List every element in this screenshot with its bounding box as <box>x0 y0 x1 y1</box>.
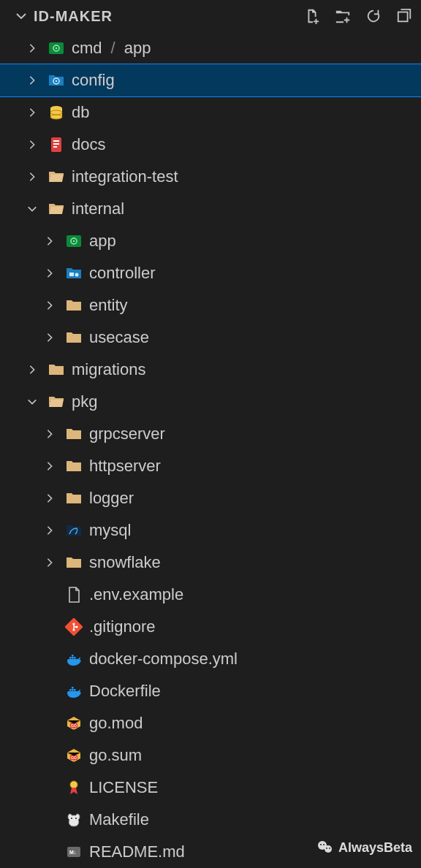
folder-icon <box>64 489 83 508</box>
tree-item-label: Makefile <box>89 810 149 829</box>
tree-item-label: httpserver <box>89 457 161 476</box>
svg-point-43 <box>326 848 327 849</box>
tree-item-label: docs <box>72 135 105 154</box>
chevron-right-icon[interactable] <box>23 136 41 153</box>
svg-rect-24 <box>74 657 76 659</box>
tree-item-label: grpcserver <box>89 425 165 443</box>
tree-row[interactable]: integration-test <box>0 161 421 193</box>
chevron-right-icon[interactable] <box>41 554 58 571</box>
tree-row[interactable]: config <box>0 64 421 96</box>
svg-rect-12 <box>53 146 57 148</box>
chevron-right-icon[interactable] <box>23 104 41 121</box>
docker-icon <box>64 682 83 701</box>
svg-point-35 <box>71 818 72 819</box>
new-folder-button[interactable] <box>333 7 352 26</box>
tree-item-label: docker-compose.yml <box>89 650 238 669</box>
chevron-right-icon[interactable] <box>41 522 58 539</box>
folder-icon <box>64 328 83 347</box>
tree-item-label: entity <box>89 296 128 315</box>
chevron-down-icon[interactable] <box>23 393 41 411</box>
chevron-right-icon[interactable] <box>41 264 58 282</box>
tree-row[interactable]: docs <box>0 129 421 161</box>
tree-row[interactable]: .gitignore <box>0 611 421 643</box>
svg-rect-25 <box>72 655 74 657</box>
folder-icon <box>47 360 66 379</box>
tree-row[interactable]: GOgo.sum <box>0 739 421 772</box>
folder-open-icon <box>47 199 66 218</box>
folder-icon <box>64 553 83 572</box>
project-title-label: ID-MAKER <box>34 8 113 25</box>
chevron-right-icon[interactable] <box>41 329 58 346</box>
svg-point-44 <box>329 848 330 849</box>
tree-item-label: migrations <box>72 360 145 379</box>
tree-item-label: internal <box>72 199 124 218</box>
tree-row[interactable]: internal <box>0 193 421 225</box>
folder-icon <box>64 296 83 315</box>
chevron-right-icon[interactable] <box>41 490 58 507</box>
tree-row[interactable]: app <box>0 225 421 257</box>
app-gear-icon <box>47 39 66 58</box>
tree-row[interactable]: snowflake <box>0 547 421 579</box>
chevron-right-icon[interactable] <box>41 425 58 443</box>
chevron-right-icon[interactable] <box>23 168 41 186</box>
svg-point-3 <box>56 47 57 49</box>
chevron-right-icon[interactable] <box>41 232 58 250</box>
makefile-icon <box>64 810 83 829</box>
tree-item-label: usecase <box>89 328 149 347</box>
tree-row[interactable]: httpserver <box>0 450 421 482</box>
chevron-right-icon[interactable] <box>41 297 58 314</box>
tree-row[interactable]: logger <box>0 482 421 514</box>
svg-rect-10 <box>53 140 59 142</box>
tree-row[interactable]: docker-compose.yml <box>0 643 421 675</box>
project-title[interactable]: ID-MAKER <box>15 8 113 25</box>
svg-text:GO: GO <box>71 755 77 760</box>
tree-row[interactable]: entity <box>0 289 421 321</box>
chevron-right-icon[interactable] <box>23 72 41 89</box>
chevron-down-icon <box>15 9 28 23</box>
svg-rect-23 <box>72 657 74 659</box>
chevron-down-icon[interactable] <box>23 200 41 218</box>
svg-point-42 <box>323 844 325 845</box>
tree-item-label: .gitignore <box>89 617 156 636</box>
license-icon <box>64 778 83 797</box>
collapse-all-button[interactable] <box>395 7 414 26</box>
tree-row[interactable]: mysql <box>0 514 421 547</box>
tree-row[interactable]: LICENSE <box>0 772 421 804</box>
docs-icon <box>47 135 66 154</box>
svg-text:M↓: M↓ <box>69 850 76 855</box>
tree-row[interactable]: Makefile <box>0 804 421 836</box>
svg-point-15 <box>73 240 75 242</box>
tree-row[interactable]: grpcserver <box>0 418 421 450</box>
new-file-button[interactable] <box>303 7 322 26</box>
tree-item-label: controller <box>89 264 155 283</box>
tree-row[interactable]: GOgo.mod <box>0 707 421 739</box>
tree-row[interactable]: db <box>0 96 421 129</box>
tree-item-label: go.sum <box>89 746 142 765</box>
tree-row[interactable]: usecase <box>0 321 421 354</box>
tree-row[interactable]: pkg <box>0 386 421 418</box>
refresh-button[interactable] <box>364 7 383 26</box>
chevron-right-icon[interactable] <box>41 457 58 475</box>
svg-point-36 <box>75 818 77 819</box>
svg-rect-28 <box>74 689 76 691</box>
tree-row[interactable]: .env.example <box>0 579 421 611</box>
app-gear-icon <box>64 232 83 251</box>
tree-row[interactable]: migrations <box>0 354 421 386</box>
chevron-right-icon[interactable] <box>23 361 41 378</box>
file-icon <box>64 585 83 604</box>
watermark: AlwaysBeta <box>316 839 412 856</box>
svg-rect-27 <box>72 689 74 691</box>
tree-row[interactable]: controller <box>0 257 421 289</box>
tree-item-label: app <box>89 232 116 251</box>
tree-row[interactable]: cmd/app <box>0 32 421 64</box>
tree-row[interactable]: Dockerfile <box>0 675 421 707</box>
tree-item-label: integration-test <box>72 167 178 186</box>
chevron-right-icon[interactable] <box>23 39 41 57</box>
svg-point-5 <box>56 80 57 82</box>
tree-item-label: db <box>72 103 89 122</box>
svg-rect-0 <box>398 12 408 22</box>
svg-text:GO: GO <box>71 723 77 728</box>
controller-icon <box>64 264 83 283</box>
svg-rect-26 <box>69 689 72 691</box>
db-icon <box>47 103 66 122</box>
